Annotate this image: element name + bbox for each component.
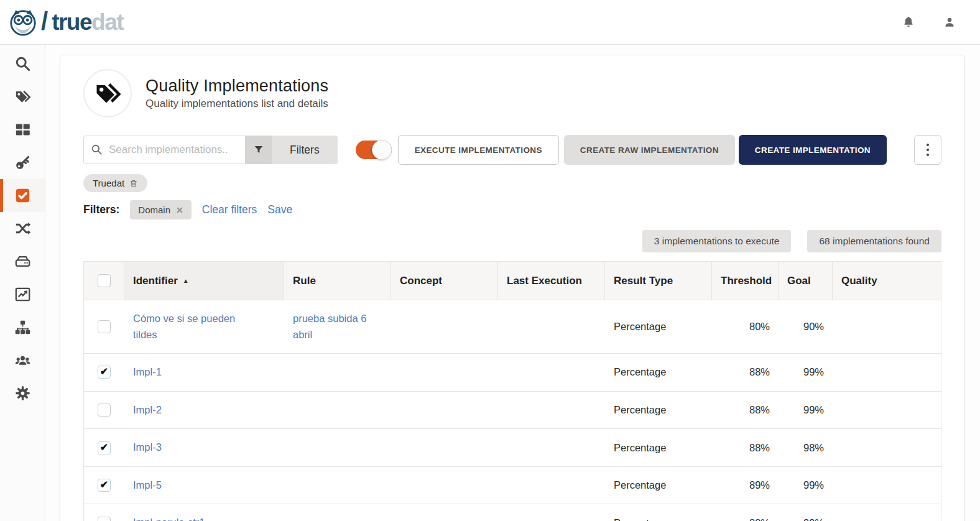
sidebar-item-users[interactable]: [0, 344, 45, 377]
cell-last_execution: [498, 354, 605, 391]
sidebar-item-settings[interactable]: [0, 377, 45, 410]
sitemap-icon: [14, 319, 31, 336]
trash-icon[interactable]: [129, 178, 138, 188]
toggle-knob: [372, 140, 392, 160]
select-all-cell: [84, 262, 124, 300]
found-badge: 68 implementations found: [807, 230, 941, 252]
identifier-link[interactable]: Impl-2: [133, 402, 162, 418]
table-row: Impl-norule-str1Percentage88%99%: [84, 504, 941, 521]
clear-filters-link[interactable]: Clear filters: [202, 203, 257, 216]
header-identifier[interactable]: Identifier ▲: [124, 262, 284, 300]
filters-bar: Filters: Domain ✕ Clear filters Save: [83, 200, 941, 219]
sidebar-item-search[interactable]: [0, 47, 45, 80]
sort-asc-icon: ▲: [183, 277, 189, 284]
cell-quality: [833, 300, 941, 353]
domain-pill-label: Truedat: [93, 178, 124, 188]
row-select-cell: [84, 504, 124, 521]
cell-quality: [833, 429, 941, 466]
identifier-link[interactable]: Impl-1: [133, 364, 162, 380]
header-goal[interactable]: Goal: [779, 262, 833, 300]
sidebar-item-glossary[interactable]: [0, 80, 45, 113]
cell-goal: 99%: [779, 354, 833, 391]
table-header-row: Identifier ▲ Rule Concept Last Execution…: [84, 262, 941, 300]
top-bar: / truedat: [0, 0, 980, 45]
domain-pill[interactable]: Truedat: [83, 174, 147, 192]
header-concept[interactable]: Concept: [391, 262, 498, 300]
identifier-link[interactable]: Impl-3: [133, 440, 162, 456]
row-select-cell: [84, 467, 124, 504]
row-select-cell: [84, 392, 124, 429]
page-subtitle: Quality implementations list and details: [146, 98, 328, 110]
sidebar-item-dashboards[interactable]: [0, 278, 45, 311]
row-checkbox[interactable]: [98, 366, 111, 379]
search-icon: [14, 55, 31, 72]
row-checkbox[interactable]: [98, 517, 111, 521]
filter-chip-domain[interactable]: Domain ✕: [130, 200, 191, 219]
key-icon: [14, 154, 31, 171]
toolbar: Filters EXECUTE IMPLEMENTATIONS CREATE R…: [83, 135, 941, 165]
cell-identifier: Impl-1: [124, 354, 284, 391]
identifier-link[interactable]: Cómo ve si se pueden tildes: [133, 311, 243, 343]
row-checkbox[interactable]: [98, 320, 111, 333]
header-result-type[interactable]: Result Type: [605, 262, 712, 300]
kebab-icon: [927, 144, 929, 146]
rule-link[interactable]: prueba subida 6 abril: [293, 311, 372, 343]
brand-wordmark: truedat: [52, 11, 123, 34]
brand-slash: /: [41, 7, 48, 35]
header-quality[interactable]: Quality: [833, 262, 941, 300]
cell-result_type: Percentage: [605, 354, 712, 391]
sidebar-item-catalog[interactable]: [0, 113, 45, 146]
sidebar-item-quality[interactable]: [0, 179, 45, 212]
row-select-cell: [84, 354, 124, 391]
page-title: Quality Implementations: [146, 76, 328, 96]
sidebar-item-permissions[interactable]: [0, 146, 45, 179]
cell-rule: [284, 504, 391, 521]
search-input[interactable]: [83, 136, 245, 164]
cell-identifier: Impl-5: [124, 467, 284, 504]
sidebar-item-sources[interactable]: [0, 245, 45, 278]
sidebar-item-lineage[interactable]: [0, 212, 45, 245]
identifier-link[interactable]: Impl-5: [133, 477, 162, 494]
select-all-checkbox[interactable]: [98, 274, 111, 287]
filters-button[interactable]: Filters: [272, 136, 338, 164]
header-threshold[interactable]: Threshold: [712, 262, 779, 300]
filter-funnel-button[interactable]: [245, 136, 272, 164]
row-checkbox[interactable]: [98, 441, 111, 454]
execute-implementations-button[interactable]: EXECUTE IMPLEMENTATIONS: [398, 135, 559, 165]
save-filters-link[interactable]: Save: [267, 203, 292, 216]
cell-identifier: Impl-norule-str1: [124, 504, 284, 521]
more-options-button[interactable]: [914, 135, 941, 165]
to-execute-badge: 3 implementations to execute: [642, 230, 792, 252]
create-implementation-button[interactable]: CREATE IMPLEMENTATION: [739, 135, 887, 165]
cell-rule: [284, 467, 391, 504]
cell-rule: [284, 429, 391, 466]
tags-icon: [95, 80, 121, 106]
truedat-logo[interactable]: / truedat: [9, 7, 123, 37]
grid-icon: [14, 121, 31, 138]
page-header-badge: [83, 69, 132, 118]
table-row: Impl-1Percentage88%99%: [84, 353, 941, 391]
notifications-bell-icon[interactable]: [902, 16, 915, 29]
filters-bar-label: Filters:: [83, 203, 119, 216]
row-checkbox[interactable]: [98, 479, 111, 492]
shuffle-icon: [14, 220, 31, 237]
sidebar-item-taxonomy[interactable]: [0, 311, 45, 344]
cell-threshold: 80%: [712, 300, 779, 353]
cell-quality: [833, 467, 941, 504]
user-icon[interactable]: [943, 16, 956, 29]
cell-concept: [391, 354, 498, 391]
cell-identifier: Impl-3: [124, 429, 284, 466]
create-raw-implementation-button[interactable]: CREATE RAW IMPLEMENTATION: [564, 135, 735, 165]
execute-mode-toggle[interactable]: [356, 141, 392, 159]
implementations-table: Identifier ▲ Rule Concept Last Execution…: [83, 261, 941, 521]
remove-filter-icon[interactable]: ✕: [176, 205, 183, 215]
header-rule[interactable]: Rule: [284, 262, 391, 300]
cell-threshold: 88%: [712, 354, 779, 391]
active-domain-row: Truedat: [83, 174, 941, 192]
row-checkbox[interactable]: [98, 403, 111, 417]
cell-concept: [391, 392, 498, 429]
cell-concept: [391, 429, 498, 466]
identifier-link[interactable]: Impl-norule-str1: [133, 515, 205, 521]
header-last-execution[interactable]: Last Execution: [498, 262, 605, 300]
filter-chip-label: Domain: [138, 205, 170, 215]
